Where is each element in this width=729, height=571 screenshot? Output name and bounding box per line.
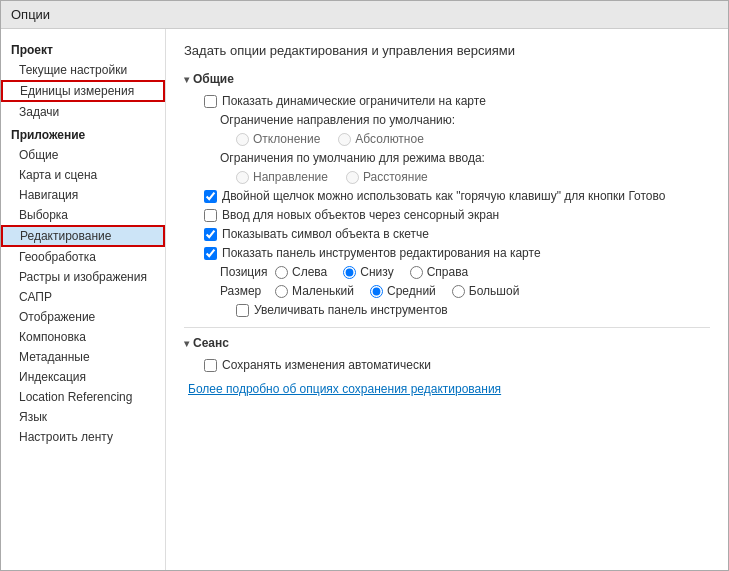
option-enlarge-toolbar: Увеличивать панель инструментов (184, 303, 710, 317)
checkbox-enlarge-toolbar[interactable] (236, 304, 249, 317)
radio-pos-left[interactable] (275, 266, 288, 279)
section-session-toggle[interactable]: ▾ (184, 338, 189, 349)
direction-constraint-row: Ограничение направления по умолчанию: (184, 113, 710, 127)
radio-direction-label: Направление (253, 170, 328, 184)
pos-right-option: Справа (410, 265, 468, 279)
input-mode-options-group: Направление Расстояние (184, 170, 710, 184)
size-medium-label: Средний (387, 284, 436, 298)
size-large-option: Большой (452, 284, 520, 298)
link-more-info[interactable]: Более подробно об опциях сохранения реда… (184, 382, 710, 396)
label-show-dynamic-constraints: Показать динамические ограничители на ка… (222, 94, 486, 108)
titlebar: Опции (1, 1, 728, 29)
size-row: Размер Маленький Средний Большой (184, 284, 710, 298)
checkbox-touch-input[interactable] (204, 209, 217, 222)
label-save-auto: Сохранять изменения автоматически (222, 358, 431, 372)
option-touch-input: Ввод для новых объектов через сенсорный … (184, 208, 710, 222)
section-session-label: Сеанс (193, 336, 229, 350)
section-general-label: Общие (193, 72, 234, 86)
radio-absolute: Абсолютное (338, 132, 424, 146)
sidebar-item-language[interactable]: Язык (1, 407, 165, 427)
sidebar-item-sapr[interactable]: САПР (1, 287, 165, 307)
content-area: Проект Текущие настройки Единицы измерен… (1, 29, 728, 570)
label-enlarge-toolbar: Увеличивать панель инструментов (254, 303, 448, 317)
size-options: Маленький Средний Большой (275, 284, 535, 298)
input-mode-row: Ограничения по умолчанию для режима ввод… (184, 151, 710, 165)
sidebar-item-rasters[interactable]: Растры и изображения (1, 267, 165, 287)
radio-pos-right[interactable] (410, 266, 423, 279)
group-app-label: Приложение (1, 122, 165, 145)
pos-bottom-label: Снизу (360, 265, 393, 279)
sidebar-item-layout[interactable]: Компоновка (1, 327, 165, 347)
label-show-symbol: Показывать символ объекта в скетче (222, 227, 429, 241)
sidebar-item-current-settings[interactable]: Текущие настройки (1, 60, 165, 80)
section-session: ▾ Сеанс Сохранять изменения автоматическ… (184, 336, 710, 372)
size-small-option: Маленький (275, 284, 354, 298)
radio-absolute-label: Абсолютное (355, 132, 424, 146)
sidebar-item-metadata[interactable]: Метаданные (1, 347, 165, 367)
options-window: Опции Проект Текущие настройки Единицы и… (0, 0, 729, 571)
main-title: Задать опции редактирования и управления… (184, 43, 710, 58)
position-options: Слева Снизу Справа (275, 265, 484, 279)
pos-right-label: Справа (427, 265, 468, 279)
section-general-header: ▾ Общие (184, 72, 710, 86)
size-label: Размер (220, 284, 275, 298)
input-mode-label: Ограничения по умолчанию для режима ввод… (220, 151, 485, 165)
sidebar-item-geoprocessing[interactable]: Геообработка (1, 247, 165, 267)
main-panel: Задать опции редактирования и управления… (166, 29, 728, 570)
radio-deflection-label: Отклонение (253, 132, 320, 146)
sidebar-item-location-referencing[interactable]: Location Referencing (1, 387, 165, 407)
checkbox-save-auto[interactable] (204, 359, 217, 372)
option-double-click-hotkey: Двойной щелчок можно использовать как "г… (184, 189, 710, 203)
radio-size-medium[interactable] (370, 285, 383, 298)
sidebar-item-ribbon[interactable]: Настроить ленту (1, 427, 165, 447)
option-show-dynamic-constraints: Показать динамические ограничители на ка… (184, 94, 710, 108)
sidebar-item-general[interactable]: Общие (1, 145, 165, 165)
label-touch-input: Ввод для новых объектов через сенсорный … (222, 208, 499, 222)
section-session-header: ▾ Сеанс (184, 336, 710, 350)
group-project-label: Проект (1, 37, 165, 60)
pos-left-label: Слева (292, 265, 327, 279)
checkbox-show-symbol[interactable] (204, 228, 217, 241)
checkbox-show-dynamic-constraints[interactable] (204, 95, 217, 108)
radio-size-small[interactable] (275, 285, 288, 298)
pos-bottom-option: Снизу (343, 265, 393, 279)
radio-distance-label: Расстояние (363, 170, 428, 184)
position-row: Позиция Слева Снизу Справа (184, 265, 710, 279)
checkbox-double-click-hotkey[interactable] (204, 190, 217, 203)
position-label: Позиция (220, 265, 275, 279)
radio-deflection: Отклонение (236, 132, 320, 146)
section-general-toggle[interactable]: ▾ (184, 74, 189, 85)
direction-constraint-label: Ограничение направления по умолчанию: (220, 113, 455, 127)
size-medium-option: Средний (370, 284, 436, 298)
sidebar-item-editing[interactable]: Редактирование (1, 225, 165, 247)
label-double-click-hotkey: Двойной щелчок можно использовать как "г… (222, 189, 665, 203)
radio-direction: Направление (236, 170, 328, 184)
checkbox-show-toolbar[interactable] (204, 247, 217, 260)
option-show-symbol: Показывать символ объекта в скетче (184, 227, 710, 241)
radio-size-large[interactable] (452, 285, 465, 298)
direction-options-group: Отклонение Абсолютное (184, 132, 710, 146)
radio-direction-input (236, 171, 249, 184)
sidebar: Проект Текущие настройки Единицы измерен… (1, 29, 166, 570)
sidebar-item-navigation[interactable]: Навигация (1, 185, 165, 205)
radio-pos-bottom[interactable] (343, 266, 356, 279)
sidebar-item-selection[interactable]: Выборка (1, 205, 165, 225)
radio-distance: Расстояние (346, 170, 428, 184)
option-show-toolbar: Показать панель инструментов редактирова… (184, 246, 710, 260)
pos-left-option: Слева (275, 265, 327, 279)
window-title: Опции (11, 7, 50, 22)
radio-distance-input (346, 171, 359, 184)
sidebar-item-indexing[interactable]: Индексация (1, 367, 165, 387)
size-small-label: Маленький (292, 284, 354, 298)
size-large-label: Большой (469, 284, 520, 298)
sidebar-item-units[interactable]: Единицы измерения (1, 80, 165, 102)
sidebar-item-tasks[interactable]: Задачи (1, 102, 165, 122)
radio-deflection-input (236, 133, 249, 146)
option-save-auto: Сохранять изменения автоматически (184, 358, 710, 372)
sidebar-item-map-scene[interactable]: Карта и сцена (1, 165, 165, 185)
section-general: ▾ Общие Показать динамические ограничите… (184, 72, 710, 317)
radio-absolute-input (338, 133, 351, 146)
sidebar-item-display[interactable]: Отображение (1, 307, 165, 327)
section-divider (184, 327, 710, 328)
label-show-toolbar: Показать панель инструментов редактирова… (222, 246, 541, 260)
